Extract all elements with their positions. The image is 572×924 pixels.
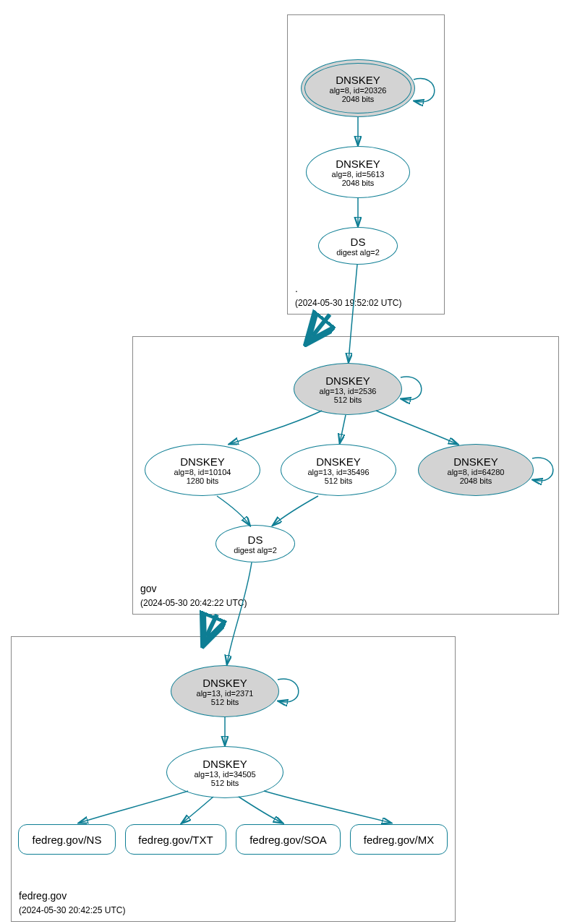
zone-root-name: .: [295, 283, 298, 294]
node-rr-txt: fedreg.gov/TXT: [125, 824, 226, 855]
node-sub1: alg=8, id=5613: [332, 170, 385, 179]
node-fed-zsk: DNSKEY alg=13, id=34505 512 bits: [166, 746, 283, 798]
node-root-zsk: DNSKEY alg=8, id=5613 2048 bits: [306, 146, 410, 198]
node-title: DS: [248, 534, 263, 546]
node-sub2: 512 bits: [325, 476, 353, 485]
node-gov-k3: DNSKEY alg=8, id=64280 2048 bits: [418, 444, 534, 496]
node-sub2: 512 bits: [211, 779, 239, 787]
node-rr-mx: fedreg.gov/MX: [350, 824, 448, 855]
node-title: DNSKEY: [180, 455, 225, 468]
node-title: DNSKEY: [336, 74, 380, 86]
zone-gov-label: gov (2024-05-30 20:42:22 UTC): [140, 582, 247, 609]
zone-gov-ts: (2024-05-30 20:42:22 UTC): [140, 598, 247, 608]
node-rr-ns: fedreg.gov/NS: [18, 824, 116, 855]
node-label: fedreg.gov/NS: [33, 834, 102, 846]
node-gov-k2: DNSKEY alg=13, id=35496 512 bits: [281, 444, 396, 496]
node-sub1: alg=13, id=2536: [320, 387, 377, 395]
node-sub1: alg=8, id=64280: [448, 468, 505, 476]
node-title: DNSKEY: [325, 375, 370, 387]
zone-root-ts: (2024-05-30 19:52:02 UTC): [295, 298, 401, 308]
node-sub2: 2048 bits: [342, 95, 375, 103]
node-title: DNSKEY: [453, 455, 498, 468]
node-sub2: 1280 bits: [187, 476, 219, 485]
node-gov-ksk: DNSKEY alg=13, id=2536 512 bits: [294, 363, 402, 415]
node-sub1: digest alg=2: [336, 248, 380, 257]
node-gov-k1: DNSKEY alg=8, id=10104 1280 bits: [145, 444, 260, 496]
node-sub2: 2048 bits: [460, 476, 492, 485]
node-sub1: alg=8, id=20326: [330, 86, 387, 95]
zone-fedreg-name: fedreg.gov: [19, 890, 67, 902]
node-sub1: digest alg=2: [234, 546, 277, 555]
node-title: DS: [351, 236, 366, 248]
node-root-ksk: DNSKEY alg=8, id=20326 2048 bits: [301, 59, 415, 117]
node-sub1: alg=8, id=10104: [174, 468, 231, 476]
node-title: DNSKEY: [202, 758, 247, 770]
node-sub1: alg=13, id=34505: [194, 770, 255, 779]
node-title: DNSKEY: [336, 158, 380, 170]
node-sub1: alg=13, id=35496: [307, 468, 369, 476]
zone-gov-name: gov: [140, 583, 157, 594]
node-gov-ds: DS digest alg=2: [215, 525, 295, 562]
node-label: fedreg.gov/SOA: [249, 834, 327, 846]
node-rr-soa: fedreg.gov/SOA: [236, 824, 341, 855]
node-label: fedreg.gov/MX: [364, 834, 435, 846]
node-title: DNSKEY: [316, 455, 361, 468]
node-sub2: 512 bits: [211, 698, 239, 706]
node-sub2: 512 bits: [334, 395, 362, 404]
node-root-ds: DS digest alg=2: [318, 227, 398, 265]
node-title: DNSKEY: [202, 677, 247, 689]
node-fed-ksk: DNSKEY alg=13, id=2371 512 bits: [171, 665, 279, 717]
node-label: fedreg.gov/TXT: [138, 834, 213, 846]
node-sub2: 2048 bits: [342, 179, 375, 187]
zone-fedreg-ts: (2024-05-30 20:42:25 UTC): [19, 905, 125, 915]
zone-root-label: . (2024-05-30 19:52:02 UTC): [295, 282, 401, 309]
zone-fedreg-label: fedreg.gov (2024-05-30 20:42:25 UTC): [19, 889, 125, 917]
node-sub1: alg=13, id=2371: [197, 689, 254, 698]
